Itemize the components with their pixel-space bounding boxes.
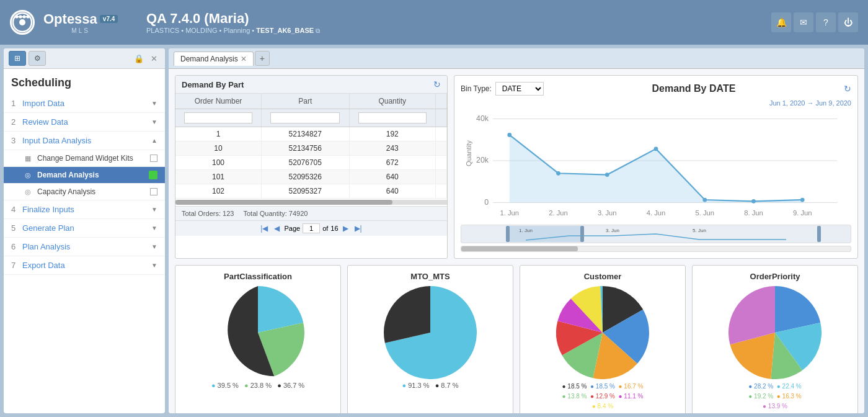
nav-sub-demand-analysis[interactable]: ◎ Demand Analysis [4,167,165,184]
header: Optessa v7.4 MLS QA 7.4.0 (Maria) PLASTI… [0,0,868,45]
legend-mts-dot: ● [402,382,407,389]
sidebar-gear-tab[interactable]: ⚙ [29,51,46,66]
line-chart-panel: Bin Type: DATE WEEK MONTH Demand By DATE… [454,75,858,259]
cell-order-3: 100 [175,156,261,170]
nav-number-2: 2 [11,117,22,127]
nav-sub-change-demand[interactable]: ▦ Change Demand Widget Kits [4,150,165,167]
logo-circle [10,10,35,35]
mini-handle-right-grip[interactable] [580,226,584,242]
table-row: 1 52134827 192 [175,127,447,141]
leg-c3: ● 16.7 % [619,383,644,390]
nav-sub-target2-icon: ◎ [24,187,32,196]
cell-empty-3 [436,156,447,170]
tab-add-button[interactable]: + [255,51,270,66]
table-refresh-icon[interactable]: ↻ [433,79,441,89]
help-icon-button[interactable]: ? [816,12,836,32]
nav-item-input-analysis[interactable]: 3 Input Data Analysis ▲ [4,132,165,150]
nav-label-input-analysis: Input Data Analysis [22,136,151,145]
nav-sub-capacity-analysis[interactable]: ◎ Capacity Analysis [4,184,165,200]
filter-qty-input[interactable] [358,112,427,123]
nav-arrow-5: ▼ [151,225,157,231]
data-point-4 [654,147,658,151]
legend-green: ● [244,382,249,389]
power-icon-button[interactable]: ⏻ [838,12,858,32]
cell-qty-1: 192 [349,127,435,141]
leg-c1: ● 18.5 % [562,383,587,390]
legend-mto-dot: ● [435,382,440,389]
nav-item-review-data[interactable]: 2 Review Data ▼ [4,113,165,132]
nav-item-import-data[interactable]: 1 Import Data ▼ [4,94,165,113]
line-chart-svg: 40k 20k 0 Quantity 1. Jun 2. Jun 3. Jun [461,110,851,222]
pie-svg-orderpriority [728,286,822,379]
nav-number-1: 1 [11,99,22,108]
data-point-5 [702,198,707,202]
nav-number-5: 5 [11,223,22,233]
cell-empty-5 [436,184,447,199]
legend-green-label: 23.8 % [250,382,272,389]
nav-item-finalize-inputs[interactable]: 4 Finalize Inputs ▼ [4,200,165,219]
mini-handle-left [507,226,582,242]
cell-qty-5: 640 [349,184,435,199]
svg-point-6 [27,16,30,19]
sidebar-close-icon[interactable]: ✕ [148,52,160,65]
pie-title-partclassification: PartClassification [224,272,292,281]
svg-point-5 [23,16,26,19]
nav-item-generate-plan[interactable]: 5 Generate Plan ▼ [4,219,165,238]
chart-title: Demand By DATE [544,83,844,94]
x-label-1jun: 1. Jun [500,209,519,217]
demand-table: Order Number Part Quantity [175,94,447,199]
tab-close-icon[interactable]: ✕ [241,55,247,63]
pagination-next-btn[interactable]: ▶ [341,223,350,233]
pie-legend-customer: ● 18.5 % ● 18.5 % ● 16.7 % ● 13.8 % ● 12… [562,382,644,411]
y-axis-title: Quantity [465,140,472,166]
leg-c5: ● 12.9 % [590,393,615,400]
pagination-last-btn[interactable]: ▶| [353,223,364,233]
nav-label-generate-plan: Generate Plan [22,223,151,233]
tab-demand-analysis[interactable]: Demand Analysis ✕ [174,52,254,66]
pagination-first-btn[interactable]: |◀ [259,223,270,233]
nav-number-7: 7 [11,261,22,270]
pagination-of-label: of [322,225,328,232]
chart-date-range: Jun 1, 2020 → Jun 9, 2020 [461,99,851,107]
table-title: Demand By Part [182,80,244,89]
chart-scrollbar[interactable] [461,246,851,252]
sidebar-nav: 1 Import Data ▼ 2 Review Data ▼ 3 Input … [4,94,165,413]
nav-number-3: 3 [11,136,22,145]
mini-handle-end-grip[interactable] [817,226,821,242]
nav-item-plan-analysis[interactable]: 6 Plan Analysis ▼ [4,238,165,256]
pie-svg-partclassification [211,286,304,379]
leg-c2: ● 18.5 % [590,383,615,390]
nav-sub-checkbox-capacity[interactable] [150,188,157,195]
pagination-prev-btn[interactable]: ◀ [272,223,281,233]
mini-handle-left-grip[interactable] [506,226,510,242]
pie-legend-partclassification: ● 39.5 % ● 23.8 % ● 36.7 % [211,382,304,389]
filter-order-input[interactable] [184,112,252,123]
nav-sub-target-icon: ◎ [24,171,32,179]
table-body: 1 52134827 192 10 52134756 243 [175,127,447,199]
nav-label-import-data: Import Data [22,99,151,108]
bin-type-select[interactable]: DATE WEEK MONTH [495,82,544,96]
content-body: Demand By Part ↻ Order Number Part Quant… [169,69,864,413]
leg-c4: ● 13.8 % [562,393,587,400]
nav-sub-checkbox-change-demand[interactable] [150,155,157,162]
nav-item-export-data[interactable]: 7 Export Data ▼ [4,256,165,275]
filter-part-input[interactable] [270,112,340,123]
footer-total-orders: Total Orders: 123 [182,210,234,217]
mail-icon-button[interactable]: ✉ [794,12,813,32]
horizontal-scrollbar[interactable] [175,200,447,205]
line-chart-area: 40k 20k 0 Quantity 1. Jun 2. Jun 3. Jun [461,110,851,222]
logo-area: Optessa v7.4 MLS [10,10,134,35]
bin-type-label: Bin Type: [461,84,492,93]
content-tabs: Demand Analysis ✕ + [169,48,864,69]
pagination-page-input[interactable] [303,223,320,233]
chart-scrollbar-thumb [461,246,578,251]
y-label-0: 0 [484,198,489,207]
filter-order [175,109,261,127]
x-label-5jun: 5. Jun [695,209,714,217]
legend-mto-label: 8.7 % [441,382,458,389]
bell-icon-button[interactable]: 🔔 [771,12,791,32]
table-row: 102 52095327 640 [175,184,447,199]
chart-refresh-icon[interactable]: ↻ [844,84,851,94]
sidebar-grid-tab[interactable]: ⊞ [9,51,26,66]
footer-total-quantity: Total Quantity: 74920 [243,210,308,217]
